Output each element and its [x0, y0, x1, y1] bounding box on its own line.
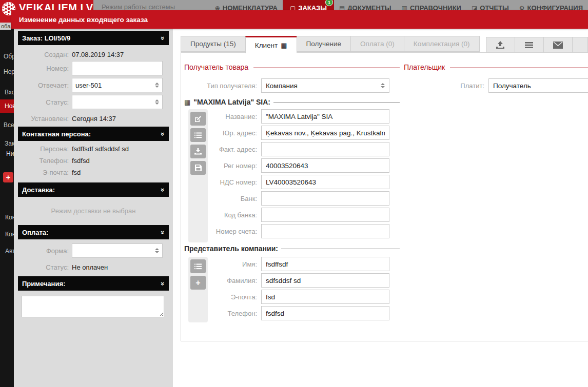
set-value: Сегодня 14:37	[72, 115, 116, 123]
payment-form-select[interactable]	[72, 243, 163, 258]
list-button[interactable]	[190, 128, 206, 142]
upload-button[interactable]	[486, 37, 515, 52]
company-field-input[interactable]	[261, 126, 389, 140]
payment-section-header[interactable]: Оплата: »	[18, 225, 169, 239]
recipient-type-label: Тип получателя:	[184, 82, 261, 90]
responsible-label: Отвечает:	[18, 82, 72, 89]
responsible-select[interactable]: user-501	[72, 78, 163, 92]
list-button[interactable]	[190, 259, 206, 273]
recipient-type-select[interactable]: Компания	[261, 78, 389, 93]
background-sidebar-item[interactable]: Все	[4, 121, 14, 129]
nav-badge: 1	[325, 0, 333, 6]
company-fields-block: Название: Юр. адрес: Факт. адрес:	[184, 109, 400, 238]
order-number-input[interactable]	[72, 61, 163, 75]
tab-strip: Продукты (15) Клиент ▦ Получение	[181, 37, 588, 53]
background-sidebar-item[interactable]: Кон	[5, 231, 14, 238]
recipient-title: Получатель товара	[184, 63, 248, 71]
background-sidebar-item[interactable]: Нов	[0, 99, 14, 113]
download-button[interactable]	[190, 145, 206, 158]
background-sidebar: обал Обр Нер Вход Нов Все Зак Ни + Кон К	[0, 23, 14, 387]
pays-label: Платит:	[404, 82, 488, 90]
contact-field-label: Э-почта:	[18, 169, 72, 176]
status-select[interactable]	[72, 95, 163, 109]
header-rule	[273, 102, 400, 103]
background-sidebar-item[interactable]: Обр	[4, 53, 14, 60]
chevron-double-down-icon: »	[159, 36, 167, 39]
pays-select[interactable]: Получатель	[488, 78, 588, 93]
tab[interactable]: Получение	[297, 36, 351, 52]
payment-status-value: Не оплачен	[72, 263, 108, 271]
company-field-input[interactable]	[261, 175, 389, 189]
tab[interactable]: Оплата (0)	[350, 36, 404, 52]
recipient-column: Получатель товара Тип получателя: Компан…	[184, 53, 400, 322]
tab-label: Получение	[306, 40, 342, 48]
envelope-icon	[553, 42, 563, 49]
save-button[interactable]	[190, 161, 206, 175]
building-icon: ▦	[184, 98, 190, 106]
delivery-section-title: Доставка:	[22, 186, 55, 194]
select-arrows-icon	[155, 83, 159, 88]
tab-label: Клиент	[255, 42, 278, 49]
tab-label: Оплата (0)	[360, 40, 395, 48]
background-sidebar-item[interactable]: Авт	[5, 248, 14, 255]
background-sidebar-item[interactable]: Ни	[6, 150, 14, 157]
list-icon	[194, 263, 202, 270]
plus-icon: +	[195, 278, 200, 288]
order-section-header[interactable]: Заказ: LOI/50/9 »	[18, 31, 169, 45]
tab[interactable]: Клиент ▦	[245, 36, 297, 53]
contact-field-label: Телефон:	[18, 157, 72, 165]
contact-field-value: fsd	[72, 169, 81, 176]
background-sidebar-item[interactable]: Зак	[5, 140, 14, 147]
select-arrows-icon	[381, 83, 385, 88]
representative-field-input[interactable]	[261, 290, 389, 304]
payer-title: Плательщик	[404, 63, 445, 71]
tab-toolbar	[486, 37, 588, 53]
tab[interactable]: Комплектация (0)	[404, 36, 480, 52]
representative-field-input[interactable]	[261, 257, 389, 271]
representative-field-input[interactable]	[261, 306, 389, 320]
company-field-input[interactable]	[261, 191, 389, 206]
background-sidebar-item[interactable]: Кон	[5, 214, 14, 221]
company-header: "MAXIMA Latvija" SIA:	[193, 98, 270, 106]
representative-field-input[interactable]	[261, 273, 389, 288]
background-sidebar-item[interactable]: Вход	[5, 89, 14, 96]
background-sidebar-item[interactable]: +	[3, 172, 13, 182]
title-rule	[253, 67, 400, 68]
mail-button[interactable]	[544, 37, 573, 52]
edit-icon	[194, 115, 202, 123]
company-field-input[interactable]	[261, 208, 389, 222]
recipient-type-value: Компания	[266, 82, 379, 90]
notes-textarea[interactable]	[22, 296, 164, 317]
select-arrows-icon	[155, 248, 159, 253]
screen: VEIKALIEM.LV Режим работы системы ⊕ НОМЕ…	[0, 0, 588, 387]
payment-section-title: Оплата:	[22, 229, 48, 236]
notes-section-header[interactable]: Примечания: »	[18, 276, 169, 291]
contact-field-label: Персона:	[18, 145, 72, 153]
company-field-input[interactable]	[261, 142, 389, 156]
delivery-section-header[interactable]: Доставка: »	[18, 182, 169, 197]
title-rule	[450, 67, 588, 68]
contact-field-value: fsdfsd	[72, 157, 90, 165]
add-button[interactable]: +	[190, 276, 206, 290]
background-search-fragment[interactable]: обал	[0, 23, 11, 30]
background-sidebar-item[interactable]: Нер	[4, 68, 14, 75]
edit-button[interactable]	[190, 112, 206, 126]
tab-label: Продукты (15)	[190, 40, 236, 48]
contact-section-header[interactable]: Контактная персона: »	[18, 127, 169, 141]
company-tools	[188, 109, 208, 242]
representative-tools: +	[188, 257, 208, 322]
company-field-input[interactable]	[261, 109, 389, 124]
company-field-input[interactable]	[261, 224, 389, 238]
menu-button[interactable]	[515, 37, 544, 52]
delivery-empty-text: Режим доставки не выбран	[18, 207, 169, 215]
created-label: Создан:	[18, 51, 72, 58]
created-value: 07.08.2019 14:37	[72, 51, 124, 58]
payer-column: Плательщик Платит: Получатель	[404, 53, 588, 95]
responsible-value: user-501	[75, 82, 153, 89]
building-icon: ▦	[281, 42, 287, 49]
contact-field-value: fsdffsdf sdfsddsf sd	[72, 145, 129, 153]
notes-section-title: Примечания:	[22, 280, 65, 288]
company-field-input[interactable]	[261, 158, 389, 173]
representative-fields-block: + Имя: Фамилия:	[184, 257, 400, 320]
tab[interactable]: Продукты (15)	[181, 36, 245, 52]
